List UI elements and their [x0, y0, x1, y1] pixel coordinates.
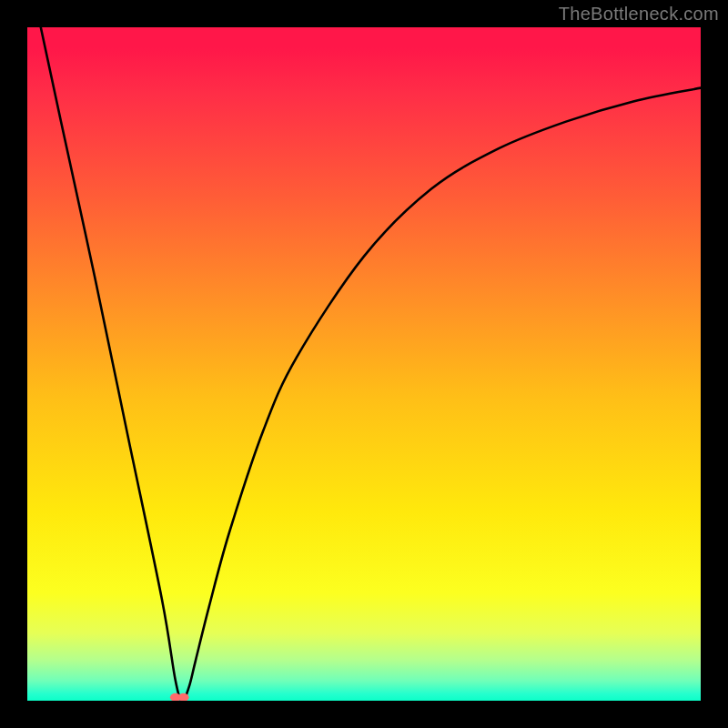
bottleneck-curve	[41, 27, 701, 701]
plot-area	[27, 27, 701, 701]
curve-svg	[27, 27, 701, 701]
chart-frame: TheBottleneck.com	[0, 0, 728, 728]
watermark-text: TheBottleneck.com	[559, 4, 719, 25]
